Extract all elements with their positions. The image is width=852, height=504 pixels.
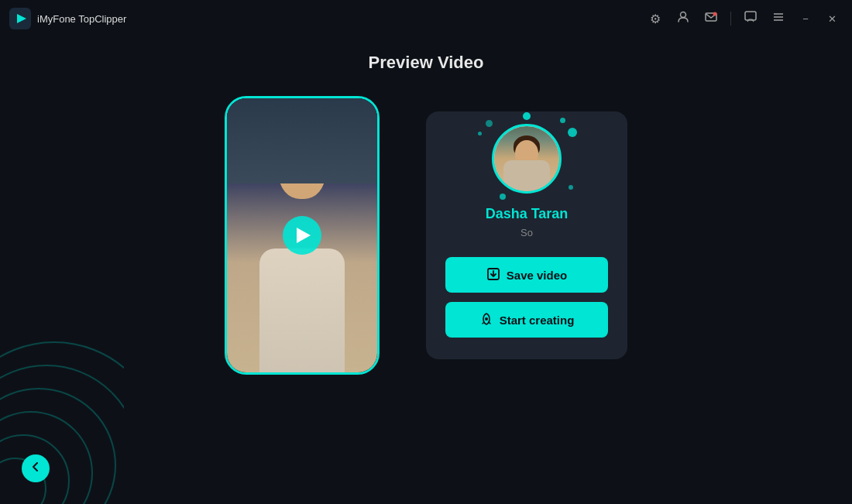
start-creating-label: Start creating xyxy=(500,314,575,327)
mail-icon xyxy=(705,11,717,26)
main-content: Preview Video xyxy=(0,37,852,504)
creator-subtitle: So xyxy=(520,227,533,238)
content-row: Dasha Taran So Save video xyxy=(0,96,852,375)
play-icon xyxy=(297,228,311,243)
page-title: Preview Video xyxy=(369,53,484,73)
minimize-button[interactable]: − xyxy=(795,8,816,29)
phone-screen xyxy=(227,98,377,372)
account-button[interactable] xyxy=(672,7,695,30)
settings-button[interactable]: ⚙ xyxy=(644,7,667,30)
title-actions: ⚙ xyxy=(644,7,843,30)
info-card: Dasha Taran So Save video xyxy=(426,111,627,359)
phone-mockup xyxy=(225,96,380,375)
svg-point-4 xyxy=(713,12,717,16)
app-title-text: iMyFone TopClipper xyxy=(37,13,644,25)
avatar-image xyxy=(494,126,559,191)
close-icon: ✕ xyxy=(828,13,837,25)
menu-icon xyxy=(772,11,785,26)
svg-rect-5 xyxy=(745,12,756,20)
play-button[interactable] xyxy=(283,216,321,255)
minimize-icon: − xyxy=(802,13,809,25)
account-icon xyxy=(677,11,689,26)
menu-button[interactable] xyxy=(767,7,790,30)
avatar xyxy=(492,124,562,194)
title-bar: iMyFone TopClipper ⚙ xyxy=(0,0,852,37)
rocket-icon xyxy=(479,312,493,328)
dot-right xyxy=(568,128,577,137)
dot-top-left xyxy=(486,120,493,127)
save-video-button[interactable]: Save video xyxy=(445,257,608,293)
settings-icon: ⚙ xyxy=(650,12,661,26)
close-button[interactable]: ✕ xyxy=(821,8,843,29)
back-arrow-icon xyxy=(29,461,42,476)
avatar-body xyxy=(503,160,550,191)
separator xyxy=(730,12,731,26)
phone-frame xyxy=(225,96,380,375)
avatar-container xyxy=(492,124,562,194)
app-logo xyxy=(9,8,31,29)
dot-top xyxy=(523,112,531,120)
dot-left xyxy=(478,132,482,135)
chat-button[interactable] xyxy=(739,7,762,30)
save-video-label: Save video xyxy=(507,269,567,282)
dot-bottom-left xyxy=(500,194,506,200)
wave-decoration xyxy=(0,334,124,504)
svg-point-2 xyxy=(681,12,686,18)
back-button[interactable] xyxy=(22,454,50,482)
start-creating-button[interactable]: Start creating xyxy=(445,302,608,338)
dot-top-right xyxy=(560,118,565,123)
creator-name: Dasha Taran xyxy=(486,206,569,222)
save-icon xyxy=(486,267,500,283)
mail-button[interactable] xyxy=(699,7,723,30)
chat-icon xyxy=(744,11,757,26)
dot-bottom-right xyxy=(569,185,573,190)
svg-point-10 xyxy=(485,317,488,321)
